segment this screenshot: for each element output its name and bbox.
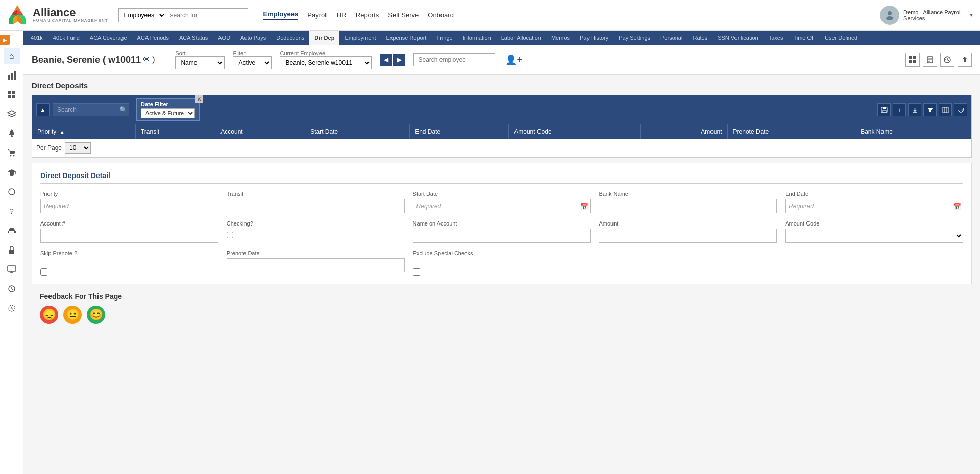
tab-pay-settings[interactable]: Pay Settings	[614, 31, 655, 45]
amount-code-select[interactable]	[785, 229, 963, 243]
sidebar-icon-grid[interactable]	[4, 87, 20, 103]
name-on-account-input[interactable]	[413, 229, 591, 243]
export-button[interactable]	[908, 103, 921, 116]
col-prenote-date[interactable]: Prenote Date	[727, 124, 855, 139]
tab-dir-dep[interactable]: Dir Dep	[309, 31, 339, 45]
sidebar-icon-bell[interactable]	[4, 126, 20, 142]
tab-rates[interactable]: Rates	[688, 31, 713, 45]
tab-fringe[interactable]: Fringe	[431, 31, 457, 45]
sidebar-icon-monitor[interactable]	[4, 261, 20, 278]
save-button[interactable]	[877, 103, 891, 116]
sort-select[interactable]: Name ID Department	[175, 56, 225, 69]
next-employee-button[interactable]: ▶	[393, 54, 405, 66]
search-category-select[interactable]: Employees	[118, 8, 166, 22]
sidebar-icon-clock1[interactable]	[4, 281, 20, 297]
prenote-date-input[interactable]	[227, 258, 405, 272]
refresh-button[interactable]	[954, 103, 967, 116]
bank-name-input[interactable]	[599, 199, 777, 213]
sidebar-icon-layers[interactable]	[4, 106, 20, 122]
sidebar-icon-cart[interactable]	[4, 145, 20, 161]
collapse-button[interactable]: ▲	[36, 103, 50, 116]
sidebar-icon-analytics[interactable]	[4, 67, 20, 84]
nav-reports[interactable]: Reports	[356, 11, 379, 19]
date-filter-close-button[interactable]: ✕	[195, 95, 203, 103]
start-date-input[interactable]	[413, 199, 591, 213]
feedback-happy-button[interactable]: 😊	[87, 306, 105, 324]
tab-401k[interactable]: 401k	[26, 31, 48, 45]
filter-select[interactable]: Active Inactive All	[233, 56, 272, 69]
history-button[interactable]	[940, 53, 954, 67]
feedback-neutral-button[interactable]: 😐	[63, 306, 82, 324]
start-date-calendar-icon[interactable]: 📅	[580, 203, 589, 210]
col-amount[interactable]: Amount	[641, 124, 727, 139]
sidebar-toggle[interactable]: ▶	[0, 35, 10, 45]
end-date-calendar-icon[interactable]: 📅	[953, 203, 961, 210]
sidebar-icon-lock[interactable]	[4, 242, 20, 258]
global-search-input[interactable]	[166, 8, 248, 22]
upload-button[interactable]	[958, 53, 972, 67]
columns-button[interactable]	[939, 103, 952, 116]
tab-time-off[interactable]: Time Off	[788, 31, 820, 45]
current-employee-select[interactable]: Beanie, Serenie w10011	[280, 56, 372, 69]
tab-personal[interactable]: Personal	[655, 31, 688, 45]
table-search-input[interactable]	[53, 103, 129, 116]
feedback-sad-button[interactable]: 😞	[40, 306, 58, 324]
tab-expense-report[interactable]: Expense Report	[381, 31, 432, 45]
transit-label: Transit	[227, 191, 405, 197]
exclude-special-checks-checkbox[interactable]	[413, 268, 420, 276]
col-end-date[interactable]: End Date	[410, 124, 509, 139]
employee-search-input[interactable]	[413, 53, 495, 66]
per-page-select[interactable]: 10 25 50 100	[65, 142, 91, 154]
tab-labor-allocation[interactable]: Labor Allocation	[496, 31, 546, 45]
add-employee-button[interactable]: 👤+	[505, 54, 522, 65]
date-filter-select[interactable]: Active & Future All Past Future	[141, 108, 195, 118]
nav-selfserve[interactable]: Self Serve	[388, 11, 419, 19]
sidebar-icon-graduation[interactable]	[4, 164, 20, 181]
amount-input[interactable]	[599, 229, 777, 243]
tab-aca-coverage[interactable]: ACA Coverage	[85, 31, 132, 45]
transit-input[interactable]	[227, 199, 405, 213]
svg-rect-36	[909, 60, 912, 63]
skip-prenote-checkbox[interactable]	[40, 268, 47, 276]
user-dropdown-arrow[interactable]: ▼	[969, 12, 974, 18]
tab-auto-pays[interactable]: Auto Pays	[235, 31, 271, 45]
tab-deductions[interactable]: Deductions	[271, 31, 309, 45]
col-priority[interactable]: Priority ▲	[32, 124, 135, 139]
tab-taxes[interactable]: Taxes	[764, 31, 789, 45]
nav-hr[interactable]: HR	[337, 11, 347, 19]
nav-employees[interactable]: Employees	[263, 10, 299, 20]
end-date-input[interactable]	[785, 199, 963, 213]
tab-ssn-verification[interactable]: SSN Verification	[713, 31, 763, 45]
eye-toggle-icon[interactable]: 👁	[143, 55, 151, 64]
nav-onboard[interactable]: Onboard	[428, 11, 454, 19]
sidebar-icon-clock2[interactable]	[4, 300, 20, 316]
grid-view-button[interactable]	[905, 53, 920, 67]
tab-memos[interactable]: Memos	[546, 31, 575, 45]
tab-401k-fund[interactable]: 401k Fund	[48, 31, 85, 45]
col-account[interactable]: Account	[215, 124, 305, 139]
sidebar-icon-question[interactable]: ?	[4, 203, 20, 219]
table-search-icon[interactable]: 🔍	[119, 106, 127, 113]
tab-aca-status[interactable]: ACA Status	[174, 31, 213, 45]
checking-checkbox[interactable]	[227, 232, 233, 238]
sidebar-icon-headset[interactable]	[4, 222, 20, 239]
sidebar-icon-circle[interactable]	[4, 184, 20, 200]
add-record-button[interactable]: +	[893, 103, 906, 116]
tab-user-defined[interactable]: User Defined	[820, 31, 863, 45]
col-bank-name[interactable]: Bank Name	[855, 124, 971, 139]
col-start-date[interactable]: Start Date	[305, 124, 410, 139]
priority-input[interactable]	[40, 199, 218, 213]
filter-button[interactable]	[923, 103, 937, 116]
sidebar-icon-home[interactable]: ⌂	[4, 48, 20, 64]
tab-employment[interactable]: Employment	[339, 31, 381, 45]
account-input[interactable]	[40, 229, 218, 243]
tab-aca-periods[interactable]: ACA Periods	[132, 31, 174, 45]
tab-aod[interactable]: AOD	[213, 31, 235, 45]
col-transit[interactable]: Transit	[135, 124, 215, 139]
document-view-button[interactable]	[923, 53, 937, 67]
tab-pay-history[interactable]: Pay History	[575, 31, 614, 45]
nav-payroll[interactable]: Payroll	[307, 11, 328, 19]
prev-employee-button[interactable]: ◀	[380, 54, 392, 66]
tab-information[interactable]: Information	[458, 31, 496, 45]
col-amount-code[interactable]: Amount Code	[509, 124, 641, 139]
